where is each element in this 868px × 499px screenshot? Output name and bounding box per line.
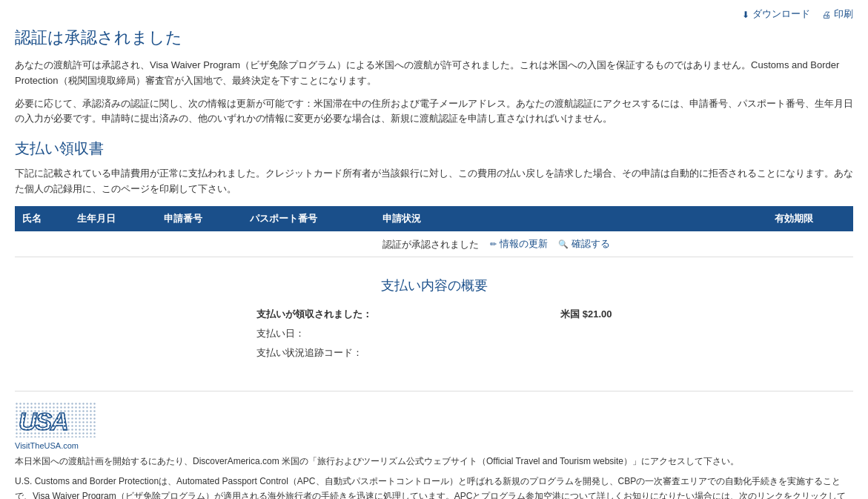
usa-logo-svg: USA USA: [15, 402, 96, 437]
col-passport: パスポート番号: [242, 206, 375, 231]
svg-text:USA: USA: [19, 407, 67, 435]
col-dob: 生年月日: [70, 206, 156, 231]
intro-paragraph-2: 必要に応じて、承認済みの認証に関し、次の情報は更新が可能です：米国滞在中の住所お…: [15, 96, 853, 128]
update-label: 情報の更新: [500, 237, 548, 251]
print-icon: [822, 9, 831, 20]
summary-title: 支払い内容の概要: [256, 277, 612, 294]
update-info-link[interactable]: 情報の更新: [490, 237, 548, 251]
download-icon: [742, 9, 749, 20]
cell-name: [15, 231, 70, 257]
summary-amount-label: 支払いが領収されました：: [256, 308, 372, 321]
download-link[interactable]: ダウンロード: [742, 7, 810, 21]
summary-date-row: 支払い日：: [256, 327, 612, 340]
payment-summary: 支払い内容の概要 支払いが領収されました： 米国 $21.00 支払い日： 支払…: [256, 269, 612, 373]
top-actions-bar: ダウンロード 印刷: [15, 7, 853, 21]
page-title: 認証は承認されました: [15, 27, 853, 49]
cell-passport: [242, 231, 375, 257]
cell-status: 認証が承認されました 情報の更新 確認する: [375, 231, 766, 257]
print-link[interactable]: 印刷: [822, 7, 853, 21]
summary-tracking-label: 支払い状況追跡コード：: [256, 346, 362, 360]
summary-amount-row: 支払いが領収されました： 米国 $21.00: [256, 308, 612, 321]
cell-expiry: [767, 231, 853, 257]
table-row: 認証が承認されました 情報の更新 確認する: [15, 231, 853, 257]
usa-logo-container: USA USA VisitTheUSA.com: [15, 402, 853, 450]
table-header-row: 氏名 生年月日 申請番号 パスポート番号 申請状況 有効期限: [15, 206, 853, 231]
print-label: 印刷: [834, 7, 853, 21]
receipt-section-title: 支払い領収書: [15, 139, 853, 159]
receipt-description: 下記に記載されている申請費用が正常に支払われました。クレジットカード所有者が当該…: [15, 166, 853, 197]
applications-table: 氏名 生年月日 申請番号 パスポート番号 申請状況 有効期限 認証が承認されまし…: [15, 206, 853, 258]
col-name: 氏名: [15, 206, 70, 231]
cell-dob: [70, 231, 156, 257]
confirm-link[interactable]: 確認する: [558, 237, 610, 251]
summary-tracking-row: 支払い状況追跡コード：: [256, 346, 612, 360]
intro-paragraph-1: あなたの渡航許可は承認され、Visa Waiver Program（ビザ免除プロ…: [15, 58, 853, 89]
summary-date-label: 支払い日：: [256, 327, 305, 340]
confirm-label: 確認する: [572, 237, 610, 251]
footer-apc-text: U.S. Customs and Border Protectionは、Auto…: [15, 475, 853, 499]
col-expiry: 有効期限: [767, 206, 853, 231]
visa-logo-graphic: USA USA: [15, 402, 96, 437]
visit-usa-label: VisitTheUSA.com: [15, 441, 853, 450]
download-label: ダウンロード: [752, 7, 810, 21]
status-text: 認証が承認されました: [382, 238, 479, 249]
pencil-icon: [490, 238, 497, 249]
footer-section: USA USA VisitTheUSA.com 本日米国への渡航計画を開始するに…: [15, 391, 853, 499]
col-app-number: 申請番号: [156, 206, 242, 231]
summary-amount-value: 米国 $21.00: [560, 308, 612, 321]
search-icon: [558, 238, 569, 249]
col-status: 申請状況: [375, 206, 766, 231]
footer-visit-text: 本日米国への渡航計画を開始するにあたり、DiscoverAmerica.com …: [15, 455, 853, 469]
cell-app-number: [156, 231, 242, 257]
